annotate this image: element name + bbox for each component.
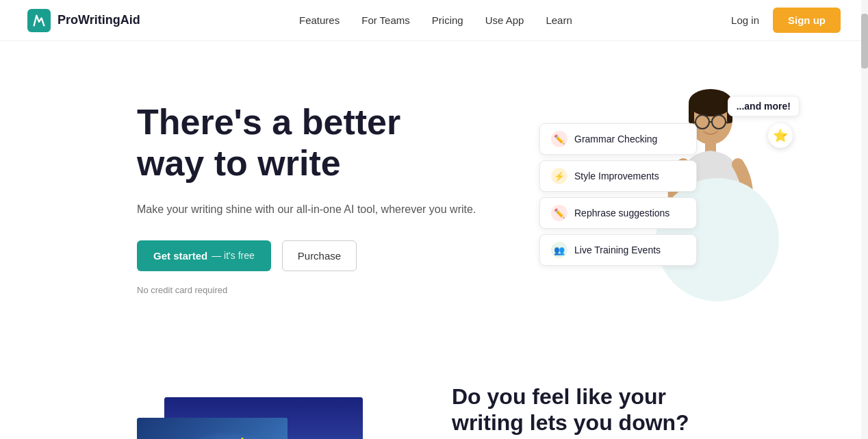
no-credit-text: No credit card required — [137, 285, 476, 295]
nav-for-teams[interactable]: For Teams — [361, 14, 410, 26]
logo-icon — [27, 9, 51, 32]
nav-use-app[interactable]: Use App — [485, 14, 524, 26]
training-icon: 👥 — [551, 242, 567, 258]
nav-learn[interactable]: Learn — [546, 14, 572, 26]
star-badge: ⭐ — [768, 123, 793, 148]
style-icon: ⚡ — [551, 168, 567, 184]
section2-left: My idea in my head — [137, 384, 397, 439]
section2-right: Do you feel like your writing lets you d… — [452, 384, 731, 439]
hero-content: There's a better way to write Make your … — [137, 102, 476, 294]
hero-subtitle: Make your writing shine with our all-in-… — [137, 201, 476, 218]
hero-illustration: ✏️ Grammar Checking ⚡ Style Improvements… — [539, 82, 800, 315]
hero-title: There's a better way to write — [137, 102, 476, 184]
grammar-icon: ✏️ — [551, 131, 567, 147]
scrollbar[interactable] — [861, 0, 868, 439]
main-nav: Features For Teams Pricing Use App Learn — [299, 14, 572, 26]
nav-pricing[interactable]: Pricing — [432, 14, 463, 26]
logo-text: ProWritingAid — [58, 13, 140, 27]
signup-button[interactable]: Sign up — [773, 8, 841, 33]
hero-section: There's a better way to write Make your … — [0, 41, 868, 342]
purchase-button[interactable]: Purchase — [282, 240, 357, 271]
logo-area[interactable]: ProWritingAid — [27, 9, 140, 32]
rephrase-icon: ✏️ — [551, 205, 567, 221]
hero-buttons: Get started — it's free Purchase — [137, 240, 476, 271]
feature-cards: ✏️ Grammar Checking ⚡ Style Improvements… — [539, 123, 697, 266]
get-started-button[interactable]: Get started — it's free — [137, 240, 271, 271]
header: ProWritingAid Features For Teams Pricing… — [0, 0, 868, 41]
nav-features[interactable]: Features — [299, 14, 340, 26]
section2-title: Do you feel like your writing lets you d… — [452, 384, 731, 436]
painting-front: My idea in my head — [137, 418, 288, 439]
feature-grammar: ✏️ Grammar Checking — [539, 123, 697, 155]
and-more-badge: ...and more! — [728, 96, 800, 116]
section2: My idea in my head Do you feel like your… — [0, 342, 868, 439]
scrollbar-thumb[interactable] — [861, 14, 868, 68]
login-link[interactable]: Log in — [731, 14, 759, 26]
feature-style: ⚡ Style Improvements — [539, 160, 697, 192]
painting-stack: My idea in my head — [137, 384, 383, 439]
svg-point-1 — [689, 89, 732, 116]
feature-training: 👥 Live Training Events — [539, 234, 697, 266]
feature-rephrase: ✏️ Rephrase suggestions — [539, 197, 697, 229]
header-actions: Log in Sign up — [731, 8, 841, 33]
svg-rect-2 — [689, 103, 694, 123]
